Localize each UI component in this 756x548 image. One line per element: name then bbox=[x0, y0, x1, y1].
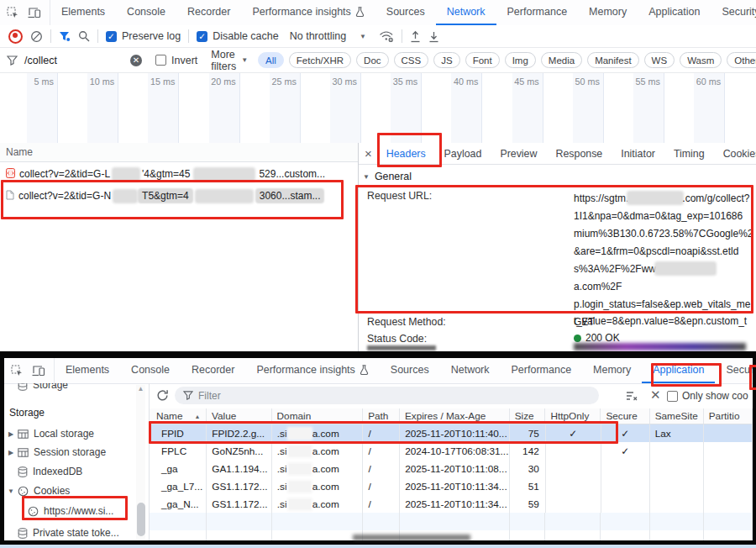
tab-recorder[interactable]: Recorder bbox=[176, 0, 241, 25]
only-show-issue-checkbox[interactable] bbox=[667, 391, 678, 402]
clear-filter-icon[interactable]: ✕ bbox=[130, 55, 142, 66]
filter-toggle-icon[interactable] bbox=[59, 31, 71, 42]
column-header-value[interactable]: Value bbox=[207, 408, 272, 424]
toggle-device-toolbar-icon[interactable] bbox=[32, 365, 45, 377]
clear-all-cookies-icon[interactable] bbox=[626, 391, 638, 401]
tab-application[interactable]: Application bbox=[638, 0, 711, 25]
tab-elements[interactable]: Elements bbox=[50, 0, 116, 25]
inspect-element-icon[interactable] bbox=[11, 365, 24, 377]
sidebar-item-storage-view[interactable]: Storage bbox=[4, 383, 135, 393]
sidebar-item-local-storage[interactable]: ▶ Local storage bbox=[4, 425, 135, 442]
tab-security[interactable]: Security bbox=[715, 358, 753, 383]
tab-performance-insights[interactable]: Performance insights bbox=[241, 0, 375, 25]
details-tab-timing[interactable]: Timing bbox=[664, 148, 714, 160]
more-filters-button[interactable]: More filters ▼ bbox=[211, 49, 248, 72]
inspect-element-icon[interactable] bbox=[7, 7, 19, 19]
details-tab-response[interactable]: Response bbox=[546, 148, 612, 160]
tab-performance[interactable]: Performance bbox=[496, 0, 579, 25]
chip-all[interactable]: All bbox=[258, 52, 284, 68]
sidebar-item-private-state-tokens[interactable]: Private state toke... bbox=[4, 524, 135, 540]
column-header-secure[interactable]: Secure bbox=[601, 408, 649, 424]
cookie-row--ga-l7-[interactable]: _ga_L7...GS1.1.172....sia.com/2025-11-20… bbox=[150, 477, 753, 495]
sidebar-item-cookies[interactable]: ▼ Cookies bbox=[4, 482, 135, 499]
tab-console[interactable]: Console bbox=[116, 0, 176, 25]
tab-network[interactable]: Network bbox=[436, 0, 496, 25]
clear-network-log-button[interactable] bbox=[30, 30, 43, 43]
cookie-row-fplc[interactable]: FPLCGoNZ5nh....sia.com/2024-10-17T06:08:… bbox=[150, 442, 753, 460]
preserve-log-checkbox[interactable]: ✓ bbox=[106, 31, 117, 42]
chip-media[interactable]: Media bbox=[541, 52, 582, 68]
chip-css[interactable]: CSS bbox=[394, 52, 429, 68]
column-header-name[interactable]: Name▲ bbox=[150, 408, 207, 424]
tab-sources[interactable]: Sources bbox=[380, 358, 440, 383]
tab-performance-insights[interactable]: Performance insights bbox=[245, 358, 379, 383]
column-header-size[interactable]: Size bbox=[510, 408, 546, 424]
search-icon[interactable] bbox=[78, 30, 90, 42]
column-header-partitio[interactable]: Partitio bbox=[704, 408, 753, 424]
tab-sources[interactable]: Sources bbox=[375, 0, 436, 25]
chip-doc[interactable]: Doc bbox=[356, 52, 388, 68]
tab-performance[interactable]: Performance bbox=[501, 358, 583, 383]
filter-text-input[interactable]: /collect bbox=[24, 55, 123, 66]
column-header-path[interactable]: Path bbox=[363, 408, 400, 424]
chip-js[interactable]: JS bbox=[433, 52, 459, 68]
import-har-icon[interactable] bbox=[410, 30, 421, 43]
scrollbar-thumb[interactable] bbox=[137, 503, 145, 536]
chip-fetch-xhr[interactable]: Fetch/XHR bbox=[289, 52, 351, 68]
disable-cache-checkbox[interactable]: ✓ bbox=[197, 31, 207, 42]
tab-network[interactable]: Network bbox=[440, 358, 501, 383]
network-conditions-icon[interactable] bbox=[379, 30, 394, 43]
filter-placeholder: Filter bbox=[198, 390, 221, 402]
network-overview-timeline[interactable]: 5 ms10 ms15 ms20 ms25 ms30 ms35 ms40 ms4… bbox=[0, 73, 756, 144]
invert-checkbox[interactable] bbox=[155, 55, 166, 66]
export-har-icon[interactable] bbox=[428, 30, 439, 43]
details-tab-preview[interactable]: Preview bbox=[491, 148, 546, 160]
scrollbar-up-arrow[interactable]: ▲ bbox=[136, 385, 145, 393]
invert-control[interactable]: Invert bbox=[155, 55, 197, 66]
chevron-right-icon[interactable]: ▶ bbox=[4, 449, 18, 456]
request-row-1[interactable]: collect?v=2&tid=G-L '4&gtm=45 529...cust… bbox=[0, 165, 359, 183]
cookies-filter-input[interactable]: Filter bbox=[175, 387, 599, 404]
preserve-log-control[interactable]: ✓ Preserve log bbox=[106, 30, 181, 42]
details-tab-initiator[interactable]: Initiator bbox=[612, 148, 664, 160]
chevron-right-icon[interactable]: ▶ bbox=[4, 430, 18, 438]
general-section-header[interactable]: ▼ General bbox=[363, 171, 412, 182]
refresh-icon[interactable] bbox=[156, 389, 169, 402]
tab-memory[interactable]: Memory bbox=[582, 358, 642, 383]
cookie-row--ga-n-[interactable]: _ga_N...GS1.1.172....sia.com/2025-11-20T… bbox=[150, 495, 753, 513]
cookie-row-fpid[interactable]: FPIDFPID2.2.g....sia.com/2025-11-20T10:1… bbox=[150, 424, 753, 442]
tab-console[interactable]: Console bbox=[120, 358, 181, 383]
column-header-domain[interactable]: Domain bbox=[272, 408, 364, 424]
disable-cache-control[interactable]: ✓ Disable cache bbox=[197, 30, 279, 42]
sidebar-scrollbar[interactable]: ▲ bbox=[136, 385, 145, 539]
chip-img[interactable]: Img bbox=[505, 52, 536, 68]
cookie-row--ga[interactable]: _gaGA1.1.194....sia.com/2025-11-20T10:11… bbox=[150, 460, 753, 477]
chip-font[interactable]: Font bbox=[465, 52, 500, 68]
sidebar-item-session-storage[interactable]: ▶ Session storage bbox=[4, 444, 135, 461]
sidebar-item-indexeddb[interactable]: IndexedDB bbox=[4, 463, 135, 480]
chip-other[interactable]: Other bbox=[727, 52, 756, 68]
close-icon[interactable]: × bbox=[359, 146, 377, 161]
delete-selected-icon[interactable]: ✕ bbox=[650, 387, 661, 403]
tab-elements[interactable]: Elements bbox=[55, 358, 120, 383]
chip-ws[interactable]: WS bbox=[644, 52, 675, 68]
tab-application[interactable]: Application bbox=[642, 358, 715, 383]
details-tab-payload[interactable]: Payload bbox=[435, 148, 491, 160]
tab-security[interactable]: Security bbox=[711, 0, 756, 25]
chevron-down-icon[interactable]: ▼ bbox=[4, 487, 18, 495]
tab-recorder[interactable]: Recorder bbox=[181, 358, 245, 383]
chip-manifest[interactable]: Manifest bbox=[587, 52, 638, 68]
chip-wasm[interactable]: Wasm bbox=[680, 52, 722, 68]
details-tab-cookies[interactable]: Cookies bbox=[714, 148, 756, 160]
throttling-select[interactable]: No throttling ▼ bbox=[290, 30, 366, 42]
column-header-samesite[interactable]: SameSite bbox=[650, 408, 704, 424]
column-header-expires-max-age[interactable]: Expires / Max-Age bbox=[400, 408, 510, 424]
record-network-log-button[interactable] bbox=[8, 29, 23, 44]
toggle-device-toolbar-icon[interactable] bbox=[28, 7, 41, 18]
tab-memory[interactable]: Memory bbox=[578, 0, 638, 25]
sidebar-item-cookie-origin[interactable]: https://www.si... bbox=[4, 503, 135, 519]
details-tab-headers[interactable]: Headers bbox=[377, 148, 435, 160]
column-header-httponly[interactable]: HttpOnly bbox=[545, 408, 601, 424]
request-row-2[interactable]: collect?v=2&tid=G-N T5&gtm=4 3060...stam… bbox=[0, 187, 359, 205]
request-list-name-header[interactable]: Name bbox=[0, 143, 358, 162]
